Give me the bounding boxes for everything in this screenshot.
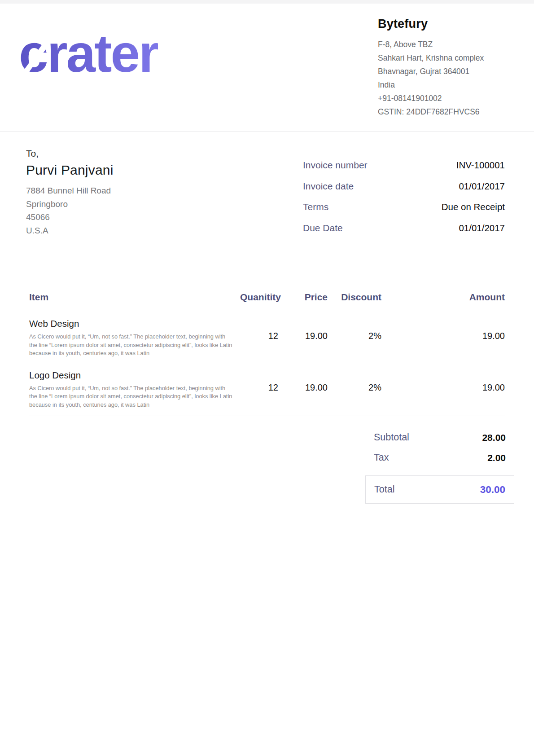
terms-row: Terms Due on Receipt [303,202,505,223]
totals-section: Subtotal 28.00 Tax 2.00 Total 30.00 [365,427,514,504]
company-name: Bytefury [378,17,521,31]
company-phone: +91-08141901002 [378,92,521,105]
invoice-number-value: INV-100001 [456,160,505,171]
total-value: 30.00 [480,484,505,496]
table-row: Web Design As Cicero would put it, “Um, … [29,318,505,358]
item-description: As Cicero would put it, “Um, not so fast… [29,333,233,358]
invoice-date-row: Invoice date 01/01/2017 [303,181,505,202]
customer-address-line: Springboro [26,198,214,211]
table-header-row: Item Quanitity Price Discount Amount [29,292,505,303]
page-top-strip [0,0,534,4]
column-header-quantity: Quanitity [240,292,278,303]
bill-to-section: To, Purvi Panjvani 7884 Bunnel Hill Road… [26,148,214,237]
subtotal-value: 28.00 [482,432,506,443]
terms-label: Terms [303,202,328,212]
column-header-amount: Amount [381,292,505,303]
item-name: Logo Design [29,369,240,381]
item-description: As Cicero would put it, “Um, not so fast… [29,384,233,409]
subtotal-row: Subtotal 28.00 [365,427,514,448]
bill-to-label: To, [26,148,214,159]
column-header-discount: Discount [328,292,381,303]
tax-label: Tax [374,452,389,463]
column-header-price: Price [278,292,328,303]
item-name: Web Design [29,318,240,330]
item-discount: 2% [328,369,381,409]
item-cell: Logo Design As Cicero would put it, “Um,… [29,369,240,409]
customer-name: Purvi Panjvani [26,163,214,178]
customer-address-line: U.S.A [26,224,214,237]
due-date-label: Due Date [303,223,343,233]
item-quantity: 12 [240,318,278,358]
company-address-line: F-8, Above TBZ [378,38,521,51]
due-date-row: Due Date 01/01/2017 [303,223,505,244]
customer-address-line: 7884 Bunnel Hill Road [26,184,214,198]
item-discount: 2% [328,318,381,358]
crater-logo: crater [19,26,212,89]
company-address-line: Sahkari Hart, Krishna complex [378,51,521,65]
item-price: 19.00 [278,369,328,409]
logo-cut-decoration [179,40,197,62]
due-date-value: 01/01/2017 [459,223,505,233]
total-box: Total 30.00 [365,475,514,504]
tax-row: Tax 2.00 [365,448,514,468]
company-address-line: India [378,78,521,92]
company-address-line: Bhavnagar, Gujrat 364001 [378,65,521,78]
table-divider [29,416,505,416]
items-table: Item Quanitity Price Discount Amount Web… [29,292,505,421]
company-gstin: GSTIN: 24DDF7682FHVCS6 [378,105,521,119]
invoice-date-value: 01/01/2017 [459,181,505,192]
invoice-date-label: Invoice date [303,181,354,192]
item-amount: 19.00 [381,318,505,358]
table-row: Logo Design As Cicero would put it, “Um,… [29,369,505,409]
item-amount: 19.00 [381,369,505,409]
subtotal-label: Subtotal [374,432,409,443]
column-header-item: Item [29,292,240,303]
invoice-page: crater Bytefury F-8, Above TBZ Sahkari H… [0,0,534,756]
total-label: Total [374,484,394,495]
company-address: F-8, Above TBZ Sahkari Hart, Krishna com… [378,38,521,119]
tax-value: 2.00 [487,453,506,463]
item-cell: Web Design As Cicero would put it, “Um, … [29,318,240,358]
item-quantity: 12 [240,369,278,409]
invoice-meta: Invoice number INV-100001 Invoice date 0… [303,160,505,243]
invoice-number-row: Invoice number INV-100001 [303,160,505,181]
customer-address-line: 45066 [26,211,214,224]
invoice-number-label: Invoice number [303,160,368,171]
company-info: Bytefury F-8, Above TBZ Sahkari Hart, Kr… [378,17,521,119]
customer-address: 7884 Bunnel Hill Road Springboro 45066 U… [26,184,214,237]
terms-value: Due on Receipt [442,202,505,212]
item-price: 19.00 [278,318,328,358]
header-divider [0,131,534,132]
